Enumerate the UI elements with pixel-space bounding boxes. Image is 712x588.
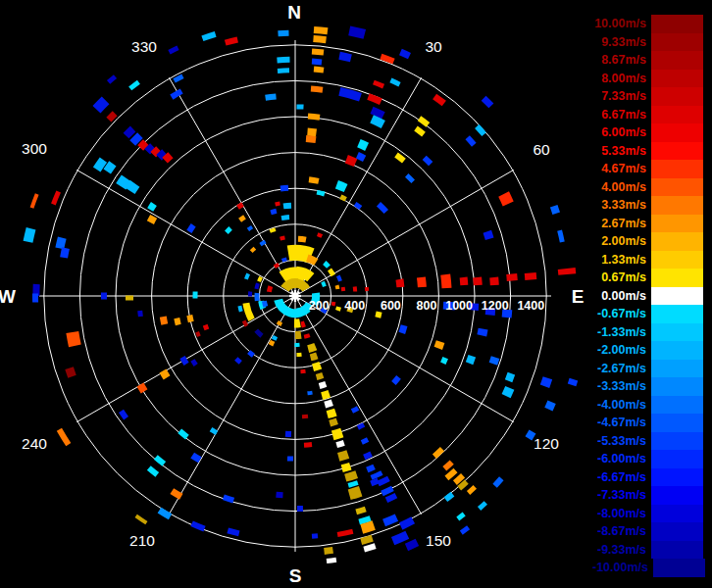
velocity-segment bbox=[443, 358, 445, 364]
velocity-segment bbox=[312, 52, 324, 53]
legend-color-swatch bbox=[651, 160, 703, 178]
velocity-segment bbox=[364, 546, 376, 549]
legend-label: -4.00m/s bbox=[592, 396, 651, 415]
velocity-segment bbox=[264, 301, 266, 307]
legend-color-swatch bbox=[651, 360, 703, 378]
velocity-segment bbox=[276, 204, 280, 205]
velocity-segment bbox=[308, 393, 313, 394]
legend-row: 4.00m/s bbox=[592, 178, 703, 197]
velocity-segment bbox=[313, 366, 321, 368]
range-label: 800 bbox=[417, 299, 437, 313]
legend-color-swatch bbox=[651, 396, 703, 415]
velocity-segment bbox=[307, 258, 316, 262]
legend-label: 4.00m/s bbox=[592, 178, 651, 197]
legend-label: 8.00m/s bbox=[592, 70, 651, 88]
legend-row: -7.33m/s bbox=[592, 486, 703, 505]
angle-label-210: 210 bbox=[129, 532, 155, 549]
legend-row: -1.33m/s bbox=[592, 323, 703, 342]
velocity-segment bbox=[304, 445, 312, 446]
velocity-segment bbox=[317, 375, 324, 377]
compass-label-n: N bbox=[287, 2, 301, 23]
velocity-segment bbox=[554, 206, 557, 214]
velocity-segment bbox=[322, 394, 330, 396]
velocity-segment bbox=[482, 329, 483, 336]
velocity-segment bbox=[400, 52, 409, 56]
velocity-segment bbox=[296, 271, 311, 277]
velocity-segment bbox=[352, 408, 358, 411]
legend-color-swatch bbox=[651, 142, 703, 161]
legend-label: 9.33m/s bbox=[592, 33, 651, 52]
velocity-segment bbox=[407, 542, 418, 547]
legend-label: 4.67m/s bbox=[592, 160, 651, 178]
velocity-segment bbox=[348, 483, 358, 486]
velocity-segment bbox=[211, 429, 217, 433]
legend-row: 6.67m/s bbox=[592, 106, 703, 124]
legend-label: -6.67m/s bbox=[592, 468, 651, 487]
legend-row: -3.33m/s bbox=[592, 377, 703, 396]
range-label: 400 bbox=[344, 299, 365, 313]
legend-color-swatch bbox=[651, 70, 703, 88]
velocity-segment bbox=[280, 188, 288, 189]
velocity-segment bbox=[266, 96, 277, 97]
velocity-segment bbox=[224, 497, 233, 501]
legend-color-swatch bbox=[651, 106, 703, 124]
velocity-segment bbox=[107, 164, 113, 172]
velocity-segment bbox=[470, 356, 473, 364]
legend-row: 0.00m/s bbox=[592, 287, 703, 306]
compass-label-s: S bbox=[289, 565, 302, 586]
legend-color-swatch bbox=[651, 15, 703, 33]
velocity-segment bbox=[362, 440, 368, 443]
velocity-segment bbox=[336, 184, 345, 188]
legend-color-swatch bbox=[651, 123, 703, 142]
velocity-legend: 10.00m/s9.33m/s8.67m/s8.00m/s7.33m/s6.67… bbox=[592, 15, 703, 577]
legend-color-swatch bbox=[651, 196, 703, 215]
velocity-segment bbox=[109, 114, 115, 120]
velocity-segment bbox=[349, 491, 361, 495]
legend-row: 8.00m/s bbox=[592, 70, 703, 88]
velocity-segment bbox=[401, 520, 414, 526]
velocity-segment bbox=[60, 238, 63, 249]
velocity-segment bbox=[371, 480, 378, 483]
velocity-segment bbox=[320, 384, 327, 386]
velocity-segment bbox=[512, 274, 513, 281]
velocity-segment bbox=[270, 342, 275, 344]
legend-row: -0.67m/s bbox=[592, 305, 703, 323]
velocity-segment bbox=[504, 194, 509, 204]
velocity-segment bbox=[283, 206, 291, 207]
angle-label-300: 300 bbox=[22, 140, 47, 157]
velocity-segment bbox=[318, 234, 323, 236]
legend-color-swatch bbox=[651, 232, 703, 251]
velocity-segment bbox=[487, 231, 489, 239]
velocity-segment bbox=[325, 263, 329, 267]
velocity-segment bbox=[545, 378, 548, 387]
velocity-segment bbox=[338, 275, 340, 281]
velocity-segment bbox=[337, 285, 338, 289]
velocity-segment bbox=[261, 242, 266, 245]
velocity-segment bbox=[333, 302, 334, 306]
velocity-segment bbox=[478, 277, 479, 285]
velocity-segment bbox=[393, 535, 408, 541]
legend-label: 3.33m/s bbox=[592, 196, 651, 215]
velocity-segment bbox=[150, 217, 153, 222]
legend-color-swatch bbox=[651, 522, 703, 541]
legend-color-swatch bbox=[651, 541, 703, 560]
velocity-segment bbox=[226, 40, 238, 43]
velocity-segment bbox=[294, 323, 300, 324]
velocity-segment bbox=[236, 359, 241, 363]
compass-label-w: W bbox=[0, 286, 16, 307]
angle-label-120: 120 bbox=[534, 435, 559, 452]
legend-label: 8.67m/s bbox=[592, 51, 651, 70]
legend-row: 8.67m/s bbox=[592, 51, 703, 70]
angle-label-240: 240 bbox=[22, 435, 47, 452]
velocity-segment bbox=[357, 155, 364, 159]
velocity-segment bbox=[70, 368, 73, 377]
legend-row: -6.00m/s bbox=[592, 450, 703, 468]
velocity-segment bbox=[240, 217, 245, 220]
legend-color-swatch bbox=[651, 450, 703, 468]
velocity-segment bbox=[284, 283, 297, 289]
velocity-segment bbox=[197, 332, 199, 337]
legend-label: -1.33m/s bbox=[592, 323, 651, 342]
velocity-segment bbox=[238, 205, 243, 208]
legend-color-swatch bbox=[651, 287, 703, 306]
velocity-segment bbox=[328, 413, 336, 416]
